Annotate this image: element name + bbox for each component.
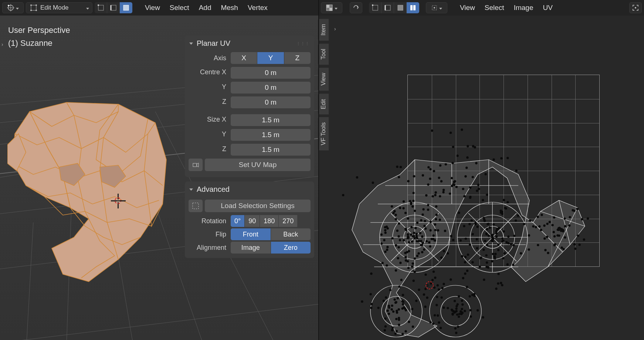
uv-island-mode[interactable]	[407, 2, 419, 13]
svg-point-360	[472, 145, 474, 147]
rotation-270[interactable]: 270	[279, 215, 297, 227]
pane-divider[interactable]	[318, 0, 319, 340]
uv-vertex-mode[interactable]	[369, 2, 382, 13]
svg-point-143	[434, 229, 436, 231]
svg-point-351	[429, 178, 431, 180]
uv-menu-uv[interactable]: UV	[539, 2, 556, 13]
panel-header-advanced[interactable]: Advanced	[185, 181, 314, 197]
uv-face-mode[interactable]	[394, 2, 407, 13]
mesh-suzanne	[7, 101, 170, 293]
panel-header-planar-uv[interactable]: Planar UV ⋮⋮⋮	[185, 35, 314, 51]
edge-select-mode[interactable]	[107, 2, 120, 13]
rotation-0[interactable]: 0°	[231, 215, 245, 227]
sync-icon	[353, 4, 359, 11]
svg-point-238	[496, 228, 499, 230]
edge-mode-icon	[384, 4, 391, 11]
svg-point-293	[440, 327, 442, 329]
svg-point-328	[400, 166, 402, 168]
axis-y[interactable]: Y	[257, 52, 284, 64]
svg-point-307	[438, 322, 440, 324]
uv-menu-select[interactable]: Select	[481, 2, 508, 13]
svg-point-129	[429, 245, 431, 248]
svg-point-196	[476, 225, 478, 228]
axis-z[interactable]: Z	[284, 52, 311, 64]
uv-menu-image[interactable]: Image	[510, 2, 537, 13]
load-selection-button[interactable]: Load Selection Settings	[205, 200, 311, 212]
flip-back[interactable]: Back	[271, 228, 311, 240]
svg-point-228	[501, 212, 504, 215]
svg-point-40	[372, 4, 373, 6]
tab-vf-tools[interactable]: VF Tools	[318, 117, 329, 151]
alignment-image[interactable]: Image	[231, 242, 271, 254]
size-z-field[interactable]: 1.5 m	[231, 144, 311, 156]
centre-z-field[interactable]: 0 m	[231, 96, 311, 108]
svg-point-271	[394, 333, 397, 335]
tab-edit[interactable]: Edit	[318, 94, 329, 115]
mode-select-dropdown[interactable]: Edit Mode	[26, 2, 92, 13]
sticky-icon	[431, 4, 438, 11]
svg-point-526	[482, 199, 484, 201]
face-select-mode[interactable]	[120, 2, 132, 13]
svg-point-144	[416, 233, 418, 235]
svg-point-505	[413, 192, 415, 194]
svg-point-148	[416, 222, 418, 224]
menu-select[interactable]: Select	[166, 2, 193, 13]
rotation-label: Rotation	[185, 217, 229, 225]
crosshair-icon	[7, 4, 14, 11]
menu-mesh[interactable]: Mesh	[217, 2, 241, 13]
svg-point-510	[425, 194, 427, 197]
svg-point-235	[500, 210, 502, 212]
vertex-select-mode[interactable]	[95, 2, 107, 13]
uv-sticky-select-dropdown[interactable]	[426, 2, 447, 13]
chevron-down-icon	[14, 4, 19, 11]
svg-point-413	[563, 217, 566, 220]
tab-item[interactable]: Item	[318, 18, 329, 41]
tab-view[interactable]: View	[318, 67, 329, 91]
svg-point-480	[370, 272, 372, 275]
rotation-180[interactable]: 180	[260, 215, 279, 227]
svg-point-330	[463, 195, 465, 197]
menu-add[interactable]: Add	[195, 2, 215, 13]
camera-view-button[interactable]	[189, 159, 203, 171]
uv-menu-view[interactable]: View	[456, 2, 479, 13]
axis-x[interactable]: X	[231, 52, 257, 64]
size-x-label: Size X	[185, 116, 229, 123]
load-icon-button[interactable]	[189, 200, 203, 212]
editor-type-dropdown[interactable]	[2, 2, 24, 13]
svg-point-140	[396, 229, 399, 232]
uv-editor-type-dropdown[interactable]	[321, 2, 342, 13]
svg-point-222	[486, 244, 488, 246]
svg-point-383	[486, 194, 488, 196]
centre-y-field[interactable]: 0 m	[231, 82, 311, 94]
set-uv-map-button[interactable]: Set UV Map	[205, 159, 311, 171]
tab-tool[interactable]: Tool	[318, 43, 329, 65]
uv-toolbar-expand-chevron[interactable]: ›	[334, 26, 339, 35]
alignment-zero[interactable]: Zero	[271, 242, 311, 254]
svg-point-278	[395, 301, 397, 303]
svg-point-103	[440, 256, 443, 259]
svg-point-137	[443, 250, 445, 252]
flip-front[interactable]: Front	[231, 228, 271, 240]
svg-point-397	[537, 244, 539, 246]
svg-point-514	[435, 205, 437, 208]
centre-x-field[interactable]: 0 m	[231, 67, 311, 79]
uv-viewport[interactable]	[319, 16, 644, 340]
svg-point-139	[427, 208, 429, 211]
uv-frame-all-button[interactable]	[629, 2, 642, 13]
svg-point-308	[461, 308, 463, 310]
drag-handle-icon[interactable]: ⋮⋮⋮	[296, 41, 310, 45]
toolbar-expand-chevron[interactable]: ›	[1, 41, 6, 50]
menu-vertex[interactable]: Vertex	[244, 2, 271, 13]
svg-point-265	[389, 289, 392, 291]
uv-sync-selection[interactable]	[350, 2, 362, 13]
svg-point-246	[491, 236, 494, 238]
svg-point-276	[395, 318, 397, 320]
svg-line-83	[492, 237, 516, 261]
size-y-field[interactable]: 1.5 m	[231, 129, 311, 141]
uv-edge-mode[interactable]	[382, 2, 394, 13]
rotation-90[interactable]: 90	[245, 215, 260, 227]
size-x-field[interactable]: 1.5 m	[231, 114, 311, 126]
menu-view[interactable]: View	[141, 2, 164, 13]
viewport-3d-area[interactable]: User Perspective (1) Suzanne › Planar UV…	[0, 16, 319, 340]
svg-point-10	[98, 4, 99, 6]
